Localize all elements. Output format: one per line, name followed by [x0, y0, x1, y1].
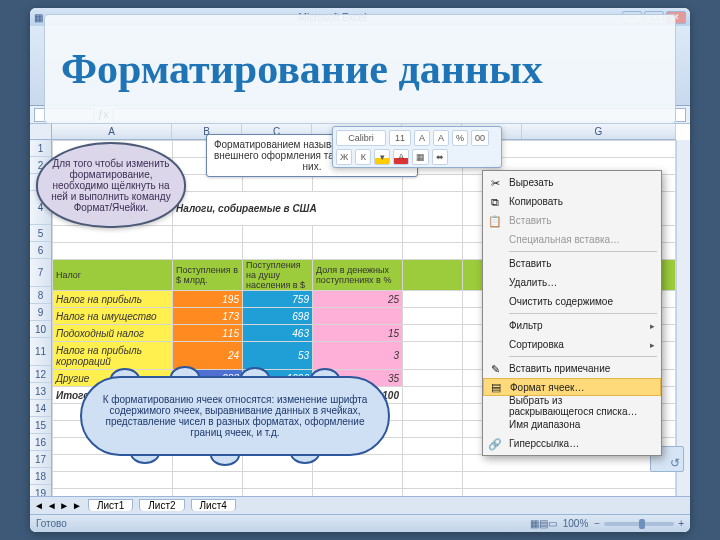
cell: 15 [313, 325, 403, 342]
row-label: Налог на прибыль [53, 291, 173, 308]
percent-icon[interactable]: % [452, 130, 468, 146]
format-icon: ▤ [489, 380, 503, 394]
menu-dropdown-list[interactable]: Выбрать из раскрывающегося списка… [483, 396, 661, 415]
borders-icon[interactable]: ▦ [412, 149, 429, 165]
link-icon: 🔗 [488, 437, 502, 451]
menu-sort[interactable]: Сортировка [483, 335, 661, 354]
shrink-font-icon[interactable]: A [433, 130, 449, 146]
sheet-tab[interactable]: Лист1 [88, 499, 133, 511]
col-header: Поступления на душу населения в $ [243, 260, 313, 291]
cut-icon: ✂ [488, 176, 502, 190]
select-all-corner[interactable] [30, 124, 52, 140]
cell: 463 [243, 325, 313, 342]
vertical-scrollbar[interactable] [676, 140, 690, 496]
bold-icon[interactable]: Ж [336, 149, 352, 165]
grow-font-icon[interactable]: A [414, 130, 430, 146]
menu-hyperlink[interactable]: 🔗Гиперссылка… [483, 434, 661, 453]
font-color-icon[interactable]: A [393, 149, 409, 165]
table-title: Налоги, собираемые в США [173, 192, 403, 226]
app-icon: ▦ [34, 12, 43, 23]
cell: 25 [313, 291, 403, 308]
cell: 3 [313, 342, 403, 370]
menu-insert[interactable]: Вставить [483, 254, 661, 273]
view-normal-icon[interactable]: ▦ [530, 518, 539, 529]
italic-icon[interactable]: К [355, 149, 371, 165]
menu-separator [509, 356, 657, 357]
menu-paste[interactable]: 📋Вставить [483, 211, 661, 230]
callout-instructions: Для того чтобы изменить форматирование, … [36, 142, 186, 228]
view-layout-icon[interactable]: ▤ [539, 518, 548, 529]
copy-icon: ⧉ [488, 195, 502, 209]
fill-color-icon[interactable]: ▾ [374, 149, 390, 165]
status-bar: Готово ▦ ▤ ▭ 100% −+ [30, 514, 690, 532]
decimal-icon[interactable]: 00 [471, 130, 489, 146]
col-header: Доля в денежных поступлениях в % [313, 260, 403, 291]
row-label: Подоходный налог [53, 325, 173, 342]
menu-delete[interactable]: Удалить… [483, 273, 661, 292]
view-break-icon[interactable]: ▭ [548, 518, 557, 529]
cell: 698 [243, 308, 313, 325]
cell: 759 [243, 291, 313, 308]
sheet-tabs-bar: ◄ ◄ ► ► Лист1 Лист2 Лист4 [30, 496, 690, 514]
font-select[interactable]: Calibri [336, 130, 386, 146]
cell: 53 [243, 342, 313, 370]
menu-paste-special[interactable]: Специальная вставка… [483, 230, 661, 249]
context-menu: ✂Вырезать ⧉Копировать 📋Вставить Специаль… [482, 170, 662, 456]
cell: 173 [173, 308, 243, 325]
font-size[interactable]: 11 [389, 130, 411, 146]
status-ready: Готово [36, 518, 67, 529]
menu-copy[interactable]: ⧉Копировать [483, 192, 661, 211]
cell: 195 [173, 291, 243, 308]
sheet-tab[interactable]: Лист2 [139, 499, 184, 511]
row-label: Налог на имущество [53, 308, 173, 325]
menu-clear[interactable]: Очистить содержимое [483, 292, 661, 311]
paste-icon: 📋 [488, 214, 502, 228]
tab-nav-buttons[interactable]: ◄ ◄ ► ► [34, 500, 82, 511]
mini-format-toolbar[interactable]: Calibri 11 A A % 00 Ж К ▾ A ▦ ⬌ [332, 126, 502, 168]
col-header: Налог [53, 260, 173, 291]
row-label: Налог на прибыль корпораций [53, 342, 173, 370]
callout-types: К форматированию ячеек относятся: измене… [80, 376, 390, 456]
sheet-tab[interactable]: Лист4 [191, 499, 236, 511]
merge-icon[interactable]: ⬌ [432, 149, 448, 165]
cell: 115 [173, 325, 243, 342]
zoom-slider[interactable]: −+ [594, 518, 684, 529]
sheet-area: AB CD EF G 123 456 789 101112 131415 161… [30, 124, 690, 496]
slide-title: Форматирование данных [44, 14, 676, 124]
menu-format-cells[interactable]: ▤Формат ячеек… [483, 378, 661, 396]
menu-filter[interactable]: Фильтр [483, 316, 661, 335]
menu-separator [509, 251, 657, 252]
slide-frame: ▦ Microsoft Excel – ▢ ✕ ƒx AB CD EF G [30, 8, 690, 532]
col-header: Поступления в $ млрд. [173, 260, 243, 291]
comment-icon: ✎ [488, 362, 502, 376]
menu-range-name[interactable]: Имя диапазона [483, 415, 661, 434]
menu-cut[interactable]: ✂Вырезать [483, 173, 661, 192]
menu-comment[interactable]: ✎Вставить примечание [483, 359, 661, 378]
cell [313, 308, 403, 325]
zoom-label: 100% [563, 518, 589, 529]
menu-separator [509, 313, 657, 314]
